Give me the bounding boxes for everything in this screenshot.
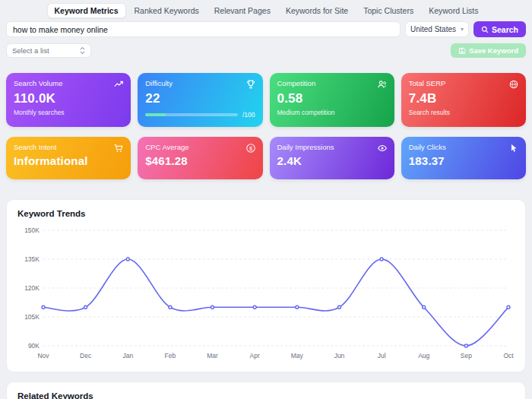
metric-card-daily-impressions: Daily Impressions 2.4K [270, 137, 394, 179]
svg-text:90K: 90K [28, 342, 40, 350]
svg-text:Sep: Sep [461, 352, 472, 359]
related-keywords-panel: Related Keywords [6, 382, 526, 399]
chevron-down-icon: ▾ [461, 27, 464, 33]
search-row: United States ▾ Search [0, 17, 532, 37]
metric-card-value: 110.0K [14, 91, 123, 106]
keyword-trends-chart: 90K105K120K135K150KNovDecJanFebMarAprMay… [17, 224, 515, 363]
metric-card-title: Difficulty [145, 79, 255, 87]
users-icon [377, 79, 388, 90]
metric-card-title: Search Intent [14, 143, 123, 151]
metric-card-title: Daily Impressions [277, 143, 387, 151]
metric-card-competition: Competition 0.58 Medium competition [270, 73, 394, 127]
cursor-icon [508, 143, 519, 154]
save-keyword-button[interactable]: Save Keyword [451, 43, 526, 58]
trophy-icon [245, 79, 256, 90]
metric-card-title: Daily Clicks [409, 143, 518, 151]
metric-card-subtitle: Monthly searches [14, 109, 123, 116]
svg-text:Jun: Jun [334, 352, 345, 359]
metric-card-search-volume: Search Volume 110.0K Monthly searches [6, 73, 131, 127]
svg-text:May: May [291, 352, 304, 359]
metric-card-title: CPC Average [145, 143, 255, 151]
svg-text:120K: 120K [24, 284, 40, 292]
svg-text:Jul: Jul [378, 352, 386, 359]
dollar-icon: $ [245, 143, 256, 154]
svg-text:Jan: Jan [122, 352, 133, 359]
metric-card-difficulty: Difficulty 22 /100 [138, 73, 262, 127]
metric-card-value: Informational [14, 154, 123, 167]
svg-text:Feb: Feb [165, 352, 176, 359]
list-select[interactable]: Select a list [6, 43, 91, 58]
tab-ranked-keywords[interactable]: Ranked Keywords [128, 4, 206, 17]
progress-track [145, 113, 238, 116]
metric-card-title: Competition [277, 79, 387, 87]
svg-text:Nov: Nov [37, 352, 49, 359]
metric-card-title: Total SERP [409, 79, 518, 87]
metric-card-search-intent: Search Intent Informational [6, 137, 131, 179]
progress-max-label: /100 [242, 111, 255, 119]
metric-card-value: 183.37 [409, 154, 518, 167]
metric-card-value: 7.4B [409, 91, 518, 106]
list-select-placeholder: Select a list [12, 46, 49, 55]
metric-card-title: Search Volume [14, 79, 123, 87]
tab-bar: Keyword MetricsRanked KeywordsRelevant P… [0, 0, 532, 17]
svg-text:105K: 105K [24, 313, 40, 321]
keyword-trends-title: Keyword Trends [17, 209, 515, 218]
search-button-label: Search [492, 25, 518, 34]
eye-icon [377, 143, 388, 154]
cart-icon [113, 143, 124, 154]
trend-up-icon [113, 79, 124, 90]
search-icon [481, 26, 489, 33]
metric-card-subtitle: Medium competition [277, 109, 387, 116]
updown-chevrons-icon [80, 46, 85, 55]
related-keywords-title: Related Keywords [17, 391, 515, 399]
metric-card-cpc-average: CPC Average $ $461.28 [138, 137, 262, 179]
metric-card-value: $461.28 [145, 154, 255, 167]
tab-relevant-pages[interactable]: Relevant Pages [207, 4, 277, 17]
svg-text:$: $ [249, 145, 252, 152]
globe-icon [508, 79, 519, 90]
metric-cards-grid: Search Volume 110.0K Monthly searches Di… [6, 73, 526, 179]
list-row: Select a list Save Keyword [0, 37, 532, 58]
svg-text:135K: 135K [24, 255, 40, 263]
trends-line-chart: 90K105K120K135K150KNovDecJanFebMarAprMay… [17, 224, 516, 363]
keyword-input[interactable] [6, 21, 401, 37]
search-button[interactable]: Search [473, 21, 526, 37]
country-select[interactable]: United States ▾ [405, 21, 469, 37]
tab-topic-clusters[interactable]: Topic Clusters [356, 4, 420, 17]
metric-card-total-serp: Total SERP 7.4B Search results [401, 73, 526, 127]
tab-keywords-for-site[interactable]: Keywords for Site [279, 4, 355, 17]
svg-text:Apr: Apr [250, 352, 260, 359]
progress-fill [145, 113, 166, 116]
keyword-trends-panel: Keyword Trends 90K105K120K135K150KNovDec… [6, 199, 526, 372]
country-select-value: United States [410, 25, 456, 33]
metric-card-value: 2.4K [277, 154, 387, 167]
tab-keyword-lists[interactable]: Keyword Lists [422, 4, 485, 17]
metric-card-daily-clicks: Daily Clicks 183.37 [401, 137, 526, 179]
metric-card-subtitle: Search results [409, 109, 518, 116]
svg-text:Mar: Mar [207, 352, 218, 359]
save-keyword-label: Save Keyword [469, 46, 518, 55]
difficulty-progress: /100 [145, 111, 255, 119]
metric-card-value: 22 [145, 91, 255, 106]
keyword-metrics-app: { "tabs": { "items": [ {"label": "Keywor… [0, 0, 532, 399]
save-icon [458, 47, 466, 55]
metric-card-value: 0.58 [277, 91, 387, 106]
svg-text:Oct: Oct [503, 352, 514, 359]
svg-text:150K: 150K [24, 226, 40, 234]
svg-text:Dec: Dec [80, 352, 92, 359]
tab-keyword-metrics[interactable]: Keyword Metrics [47, 3, 126, 18]
svg-text:Aug: Aug [418, 352, 429, 359]
